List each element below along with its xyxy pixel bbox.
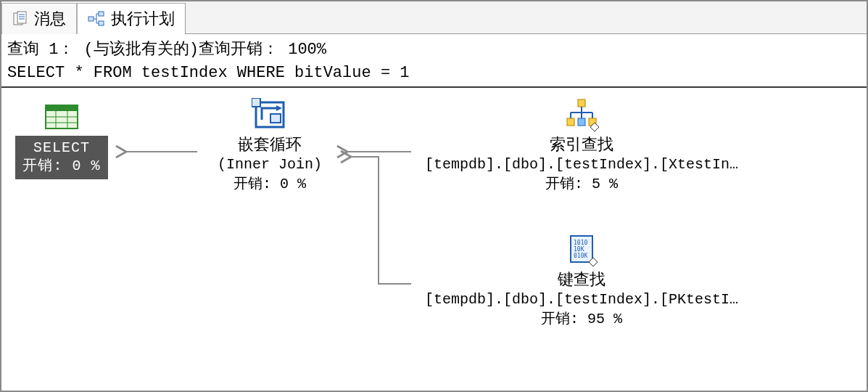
execution-plan-pane: 消息 执行计划 查询 1： (与该批有关的)查询开销： 100% SELECT … xyxy=(0,0,868,392)
nested-loop-icon xyxy=(190,98,350,131)
select-node-title: SELECT xyxy=(22,139,100,157)
query-cost-line: 查询 1： (与该批有关的)查询开销： 100% xyxy=(7,38,861,62)
tab-plan-label: 执行计划 xyxy=(111,8,175,30)
messages-icon xyxy=(12,11,28,27)
svg-rect-22 xyxy=(270,114,281,123)
query-header: 查询 1： (与该批有关的)查询开销： 100% SELECT * FROM t… xyxy=(1,34,867,88)
plan-node-nested-loop[interactable]: 嵌套循环 (Inner Join) 开销: 0 % xyxy=(190,98,350,195)
svg-rect-5 xyxy=(88,17,94,21)
svg-rect-30 xyxy=(567,118,574,126)
svg-rect-6 xyxy=(99,12,104,16)
index-seek-subtitle: [tempdb].[dbo].[testIndex].[XtestIn… xyxy=(408,155,756,174)
svg-rect-15 xyxy=(46,105,78,111)
nested-loop-title: 嵌套循环 xyxy=(190,136,350,156)
tab-messages-label: 消息 xyxy=(34,8,66,30)
tab-bar: 消息 执行计划 xyxy=(1,1,867,34)
key-lookup-subtitle: [tempdb].[dbo].[testIndex].[PKtestI… xyxy=(408,290,756,309)
index-seek-cost: 开销: 5 % xyxy=(408,174,756,194)
svg-rect-7 xyxy=(99,21,104,25)
tab-execution-plan[interactable]: 执行计划 xyxy=(77,3,186,34)
plan-node-select[interactable]: SELECT 开销: 0 % xyxy=(7,102,116,179)
nested-loop-subtitle: (Inner Join) xyxy=(190,155,350,174)
key-lookup-icon: 1010 10K 010K xyxy=(408,233,756,266)
tab-messages[interactable]: 消息 xyxy=(1,3,77,34)
plan-icon xyxy=(88,11,105,27)
key-lookup-title: 键查找 xyxy=(408,271,756,291)
svg-rect-31 xyxy=(578,118,585,126)
select-node-cost: 开销: 0 % xyxy=(22,157,100,175)
svg-rect-23 xyxy=(252,98,260,107)
svg-text:010K: 010K xyxy=(574,253,587,259)
svg-text:1010: 1010 xyxy=(574,240,587,246)
svg-rect-24 xyxy=(578,99,585,107)
plan-node-key-lookup[interactable]: 1010 10K 010K 键查找 [tempdb].[dbo].[testIn… xyxy=(408,233,756,330)
index-seek-icon xyxy=(408,98,756,131)
query-sql-line: SELECT * FROM testIndex WHERE bitValue =… xyxy=(7,62,861,85)
plan-node-index-seek[interactable]: 索引查找 [tempdb].[dbo].[testIndex].[XtestIn… xyxy=(408,98,756,195)
svg-rect-1 xyxy=(17,12,26,23)
nested-loop-cost: 开销: 0 % xyxy=(190,174,350,194)
plan-diagram: SELECT 开销: 0 % 嵌套循环 (Inner Join) 开销: 0 % xyxy=(1,88,867,392)
svg-text:10K: 10K xyxy=(574,246,584,253)
index-seek-title: 索引查找 xyxy=(408,136,756,156)
key-lookup-cost: 开销: 95 % xyxy=(408,309,756,329)
select-result-icon xyxy=(7,102,116,131)
